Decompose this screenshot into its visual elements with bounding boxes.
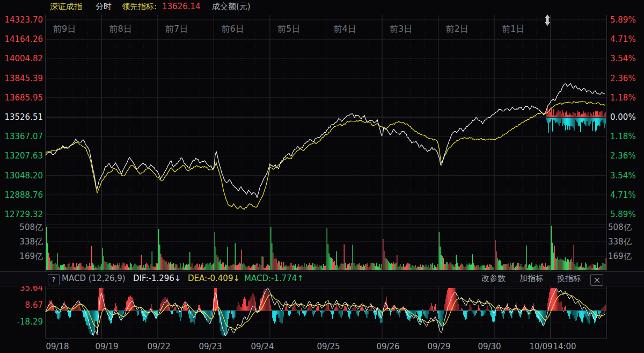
volume-bar bbox=[112, 266, 113, 270]
volume-bar bbox=[113, 264, 114, 270]
battle-bar-down bbox=[605, 118, 606, 124]
macd-histogram-bar bbox=[550, 289, 551, 311]
help-button[interactable]: ? bbox=[48, 274, 60, 285]
battle-bar-up bbox=[583, 111, 584, 117]
battle-bar-down bbox=[602, 118, 603, 120]
volume-bar bbox=[68, 264, 69, 270]
volume-bar bbox=[335, 265, 336, 270]
macd-histogram-bar bbox=[113, 311, 114, 311]
volume-bar bbox=[229, 266, 230, 270]
volume-bar bbox=[53, 264, 54, 270]
volume-bar bbox=[261, 265, 262, 270]
battle-bar-up bbox=[591, 114, 592, 117]
volume-bar bbox=[399, 266, 400, 270]
volume-bar bbox=[513, 262, 514, 270]
battle-bar-up bbox=[546, 107, 547, 117]
volume-bar bbox=[56, 264, 57, 270]
macd-histogram-bar bbox=[295, 304, 295, 311]
volume-bar bbox=[314, 264, 316, 270]
macd-histogram-bar bbox=[549, 292, 550, 311]
volume-bar bbox=[412, 265, 413, 270]
add-indicator-button[interactable]: 加指标 bbox=[519, 273, 544, 284]
macd-histogram-bar bbox=[173, 309, 174, 311]
volume-bar bbox=[481, 266, 482, 270]
pct-axis-label: 1.18% bbox=[610, 93, 636, 103]
volume-bar bbox=[548, 265, 550, 270]
macd-histogram-bar bbox=[272, 311, 273, 318]
volume-bar bbox=[255, 265, 257, 270]
macd-histogram-bar bbox=[461, 308, 462, 311]
macd-histogram-bar bbox=[286, 305, 287, 311]
macd-histogram-bar bbox=[135, 311, 135, 311]
battle-bar-down bbox=[587, 118, 588, 121]
volume-bar bbox=[493, 267, 494, 270]
macd-histogram-bar bbox=[576, 311, 576, 320]
macd-histogram-bar bbox=[246, 306, 247, 311]
switch-indicator-button[interactable]: 换指标 bbox=[557, 273, 581, 284]
volume-bar bbox=[599, 267, 601, 270]
volume-bar bbox=[457, 263, 458, 270]
macd-histogram-bar bbox=[488, 309, 488, 311]
macd-histogram-bar bbox=[479, 308, 480, 311]
volume-bar bbox=[126, 264, 127, 270]
macd-histogram-bar bbox=[350, 311, 351, 314]
macd-histogram-bar bbox=[52, 304, 53, 311]
volume-bar bbox=[58, 266, 59, 270]
volume-bar bbox=[474, 265, 475, 270]
macd-histogram-bar bbox=[209, 311, 209, 321]
macd-histogram-bar bbox=[345, 306, 346, 311]
volume-bar bbox=[524, 265, 525, 270]
volume-bar bbox=[47, 243, 48, 270]
macd-histogram-bar bbox=[310, 304, 310, 311]
chart-canvas[interactable]: 14323.705.89%14164.264.71%14004.823.54%1… bbox=[0, 0, 644, 353]
volume-bar bbox=[508, 263, 509, 270]
battle-bar-up bbox=[587, 115, 588, 117]
volume-bar bbox=[270, 227, 272, 270]
time-axis-label: 09/24 bbox=[251, 342, 274, 351]
volume-bar bbox=[552, 243, 553, 270]
macd-histogram-bar bbox=[240, 307, 240, 311]
macd-histogram-bar bbox=[236, 311, 236, 311]
volume-bar bbox=[84, 268, 85, 270]
volume-bar bbox=[584, 268, 586, 270]
macd-histogram-bar bbox=[83, 311, 84, 317]
volume-bar bbox=[477, 265, 478, 270]
macd-histogram-bar bbox=[565, 306, 566, 311]
macd-histogram-bar bbox=[582, 311, 583, 323]
volume-bar bbox=[406, 264, 407, 270]
close-indicator-button[interactable] bbox=[590, 274, 603, 286]
macd-params-label[interactable]: MACD (12,26,9) bbox=[62, 273, 126, 283]
dif-value: DIF:-1.296↓ bbox=[133, 273, 181, 283]
volume-bar bbox=[372, 263, 373, 270]
macd-histogram-bar bbox=[343, 309, 343, 311]
time-axis-label: 14:00 bbox=[553, 342, 576, 351]
volume-bar bbox=[236, 265, 237, 270]
volume-bar bbox=[160, 254, 162, 270]
battle-bar-down bbox=[570, 118, 572, 126]
battle-bar-up bbox=[563, 112, 564, 117]
macd-histogram-bar bbox=[304, 311, 305, 316]
battle-bar-up bbox=[584, 113, 586, 117]
volume-bar bbox=[143, 265, 144, 270]
macd-histogram-bar bbox=[463, 311, 464, 315]
volume-bar bbox=[535, 266, 536, 270]
volume-bar bbox=[284, 266, 286, 270]
macd-histogram-bar bbox=[352, 311, 352, 311]
volume-bar bbox=[528, 265, 529, 270]
volume-bar bbox=[75, 268, 76, 270]
macd-histogram-bar bbox=[318, 306, 319, 311]
macd-histogram-bar bbox=[248, 301, 249, 311]
scroll-handle[interactable] bbox=[543, 15, 552, 26]
volume-bar bbox=[465, 267, 466, 270]
macd-histogram-bar bbox=[128, 297, 129, 311]
volume-bar bbox=[264, 268, 265, 270]
volume-bar bbox=[55, 263, 56, 270]
macd-histogram-bar bbox=[312, 311, 312, 314]
battle-bar-down bbox=[561, 118, 562, 119]
battle-bar-down bbox=[603, 118, 604, 123]
volume-bar bbox=[215, 232, 216, 270]
change-params-button[interactable]: 改参数 bbox=[481, 273, 506, 284]
volume-bar bbox=[606, 258, 607, 270]
volume-bar bbox=[514, 268, 515, 270]
macd-histogram-bar bbox=[397, 311, 397, 313]
